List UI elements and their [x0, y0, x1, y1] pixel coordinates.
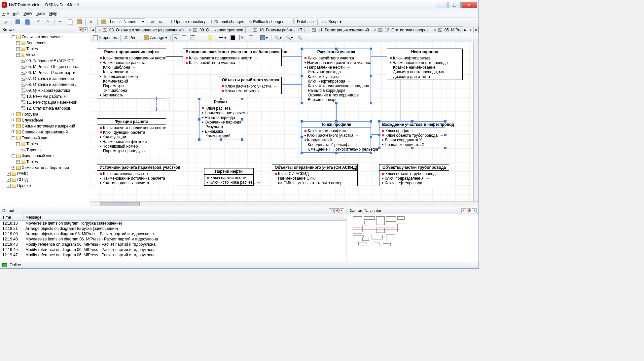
tree-node[interactable]: 12. Статистика напоров [0, 105, 90, 111]
tree-node[interactable]: +Химическая лаборатория [0, 165, 90, 171]
output-log[interactable]: Time Message 12:18:18Move/resize items o… [0, 214, 346, 261]
entity-attribute[interactable]: Ключ расчета продвижения нефти [98, 56, 164, 60]
entity-attribute[interactable]: Ключ подразделения→ [381, 176, 447, 181]
log-row[interactable]: 12:19:47Modify reference on diagram 06. … [0, 252, 346, 258]
zoom-in-icon[interactable]: 🔍+ [284, 34, 295, 41]
tree-node[interactable]: +Справочник организаций [0, 129, 90, 135]
tree-node[interactable]: 09. Q-H характеристика [0, 88, 90, 93]
tree-toggle-icon[interactable]: + [12, 125, 15, 128]
entity-attribute[interactable]: Результат [201, 125, 240, 129]
selection-handle[interactable] [370, 102, 372, 104]
tree-toggle-icon[interactable]: + [12, 113, 15, 116]
tree-node[interactable]: −Финансовый учет [0, 153, 90, 159]
selection-handle[interactable] [411, 147, 413, 149]
tree-node[interactable]: +Tables [0, 159, 90, 165]
entity-attribute[interactable]: Ключ партии нефти [206, 175, 252, 180]
selection-handle[interactable] [198, 138, 200, 141]
tab-close-icon[interactable]: × [373, 28, 377, 32]
rollback-button[interactable]: ⟲ Rollback changes [247, 18, 286, 25]
entity-e7[interactable]: Функции расчетаКлюч расчета продвижения … [97, 118, 166, 154]
entity-attribute[interactable]: Направление нефти→ [303, 65, 369, 70]
horizontal-scrollbar[interactable] [90, 201, 479, 207]
entity-e3[interactable]: Расчётный участокКлюч расчётного участка… [302, 49, 371, 103]
vertical-scrollbar[interactable] [473, 42, 479, 201]
entity-attribute[interactable]: Наименование расчета [98, 60, 164, 65]
entity-attribute[interactable]: Ключ источника расчета [98, 171, 174, 176]
entity-attribute[interactable]: Наименование СИКН [273, 176, 356, 181]
update-repo-button[interactable]: ⬇ Update repository [168, 18, 207, 25]
entity-attribute[interactable]: Ключ расчета→ [98, 70, 164, 74]
selection-handle[interactable] [444, 134, 447, 136]
tree-toggle-icon[interactable]: − [12, 154, 15, 158]
entity-attribute[interactable]: Ключ технологического коридора [303, 84, 369, 88]
tree-node[interactable]: +Погрузка [0, 111, 90, 117]
entity-attribute[interactable]: Смещение НП относительно рельефа [303, 147, 369, 152]
log-row[interactable]: 12:19:45Modify reference on diagram 06. … [0, 247, 346, 252]
maximize-button[interactable]: ▢ [448, 2, 461, 8]
selection-handle[interactable] [241, 138, 243, 141]
connector[interactable] [371, 56, 387, 57]
tree-node[interactable]: +Views [0, 52, 90, 58]
selection-handle[interactable] [220, 98, 222, 100]
entity-e10[interactable]: Источники расчета параметров участковКлю… [97, 164, 176, 186]
selection-handle[interactable] [370, 136, 372, 138]
tree-toggle-icon[interactable]: + [7, 172, 11, 176]
entity-attribute[interactable]: Ключ шаблона→ [98, 65, 164, 70]
menu-tools[interactable]: Tools [36, 11, 45, 16]
entity-attribute[interactable]: Краткое наименование [388, 65, 461, 70]
properties-button[interactable]: Properties [91, 34, 119, 41]
tree-toggle-icon[interactable]: + [16, 41, 20, 45]
tree-toggle-icon[interactable]: + [12, 130, 15, 134]
tree-toggle-icon[interactable]: + [16, 160, 20, 164]
document-tab[interactable]: ×09. Q-H характеристика [186, 26, 245, 33]
diagram-canvas[interactable]: Расчет продвижения нефтиКлюч расчета про… [90, 42, 473, 201]
selection-handle[interactable] [301, 120, 303, 123]
tab-close-icon[interactable]: × [433, 28, 437, 32]
tree-toggle-icon[interactable]: + [7, 178, 11, 182]
selection-handle[interactable] [378, 120, 380, 123]
entity-attribute[interactable]: Ключ функции расчета [98, 130, 164, 135]
database-button[interactable]: 🗄 Database [290, 18, 315, 25]
selection-handle[interactable] [301, 75, 303, 77]
sync-out-icon[interactable]: ⇆ [157, 18, 164, 25]
log-row[interactable]: 12:18:21Arrange objects on diagram Погру… [0, 226, 346, 231]
entity-attribute[interactable]: Ключ расчётного участка [303, 56, 369, 60]
log-row[interactable]: 12:19:43Modify reference on diagram 06. … [0, 242, 346, 247]
entity-e5[interactable]: Объекты расчётного участкаКлюч расчётног… [219, 77, 282, 94]
entity-e8[interactable]: Точки профиляКлюч точки профиляКлюч расч… [302, 121, 371, 153]
entity-attribute[interactable]: Ключ расчета продвижения нефти→ [98, 126, 164, 130]
selection-handle[interactable] [301, 152, 303, 154]
entity-attribute[interactable]: Окончание в тех корридоре [303, 93, 369, 97]
panel-close-icon[interactable]: ✕ [83, 27, 88, 32]
fill-color-icon[interactable] [229, 34, 237, 41]
entity-attribute[interactable]: Координата X [303, 138, 369, 142]
entity-attribute[interactable]: Ключ тех. объекта [221, 89, 280, 93]
new-view-icon[interactable] [189, 34, 197, 41]
entity-attribute[interactable]: Активность [98, 93, 164, 97]
entity-attribute[interactable]: Комментарий [201, 134, 240, 138]
titlebar[interactable]: n NVT Data Modeler - D:\$\NvtDataModel ─… [0, 0, 479, 10]
entity-attribute[interactable]: Код функции [98, 135, 164, 139]
menu-view[interactable]: View [23, 11, 32, 16]
entity-attribute[interactable]: Ключ расчётного участка→ [184, 60, 280, 65]
output-restore-icon[interactable]: ▫ [329, 208, 334, 213]
menu-edit[interactable]: Edit [13, 11, 19, 16]
entity-e2[interactable]: Вхождение расчётных участков в шаблон ра… [183, 49, 282, 66]
save-icon[interactable] [14, 18, 22, 25]
connector[interactable] [282, 56, 302, 57]
text-color-icon[interactable]: A [238, 34, 246, 41]
document-tab[interactable]: ×12. Статистика напоров [371, 26, 431, 33]
entity-e4[interactable]: НефтепроводКлюч нефтепроводаНаименование… [387, 49, 463, 80]
selection-handle[interactable] [241, 118, 243, 121]
tree-node[interactable]: 08. Откачка и заполнение ... [0, 82, 90, 88]
line-style-icon[interactable]: ▾ [218, 34, 228, 41]
minimize-button[interactable]: ─ [435, 2, 447, 8]
entity-e6[interactable]: РасчетКлюч расчетаНаименование расчетаНа… [199, 99, 242, 139]
selection-handle[interactable] [370, 48, 372, 50]
log-row[interactable]: 12:19:40Move/resize items on diagram 06.… [0, 236, 346, 242]
entity-attribute[interactable]: Ключ нефтепровода [388, 56, 461, 60]
output-close-icon[interactable]: ✕ [340, 208, 344, 213]
selection-handle[interactable] [370, 120, 372, 123]
document-tab[interactable]: ×08. Откачка и заполнение (справочники) [95, 26, 186, 33]
log-row[interactable]: 12:19:00Arrange objects on diagram 06. M… [0, 231, 346, 236]
